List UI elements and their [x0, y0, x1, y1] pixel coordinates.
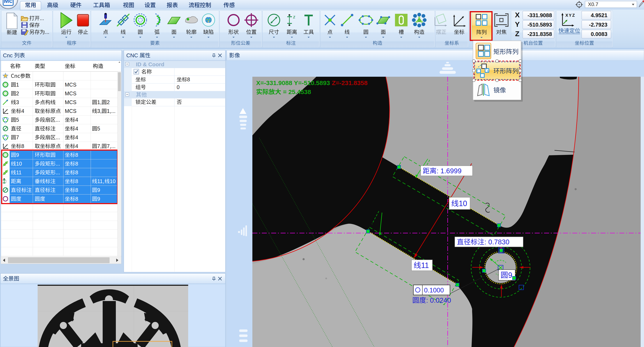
svg-text:8: 8: [187, 76, 190, 82]
svg-text:0.0083: 0.0083: [591, 31, 608, 37]
svg-text:7,...: 7,...: [107, 143, 116, 149]
svg-text:7: 7: [16, 134, 19, 140]
svg-text:8: 8: [75, 178, 78, 184]
svg-text:MCS: MCS: [65, 108, 76, 114]
svg-text:10: 10: [459, 199, 467, 208]
svg-text:MCS: MCS: [65, 90, 76, 96]
svg-text:3: 3: [16, 99, 19, 105]
svg-text:...: ...: [56, 117, 60, 123]
svg-text:8: 8: [75, 170, 78, 176]
svg-text:2: 2: [107, 99, 110, 105]
svg-text:X0.7: X0.7: [588, 2, 598, 7]
svg-text:MCS: MCS: [65, 99, 76, 105]
svg-text:: 0.0240: : 0.0240: [426, 296, 451, 304]
svg-text:4: 4: [75, 117, 78, 123]
svg-text:8: 8: [75, 152, 78, 158]
svg-text:: 1.6999: : 1.6999: [436, 167, 462, 175]
svg-text:CNC: CNC: [126, 52, 140, 58]
svg-text:XYZ: XYZ: [566, 13, 576, 18]
svg-text:Y: Y: [515, 20, 520, 28]
svg-text:4.9521: 4.9521: [591, 12, 608, 18]
svg-text:9: 9: [508, 271, 512, 280]
svg-text:X=-331.9088 Y=-510.5893: X=-331.9088 Y=-510.5893: [256, 80, 330, 86]
svg-text:10: 10: [110, 178, 116, 184]
svg-text:11: 11: [421, 261, 429, 270]
svg-text:-231.8358: -231.8358: [528, 31, 552, 37]
svg-text:8: 8: [75, 187, 78, 193]
svg-text:4: 4: [75, 126, 78, 132]
svg-text:MCS: MCS: [65, 82, 76, 88]
svg-text:z: z: [293, 14, 295, 20]
svg-text:1,: 1,: [97, 99, 102, 105]
svg-text:0: 0: [177, 84, 180, 90]
svg-text:9: 9: [97, 196, 100, 202]
svg-text:...: ...: [56, 134, 60, 140]
svg-text:-2.7923: -2.7923: [589, 22, 608, 28]
svg-text:1: 1: [16, 82, 19, 88]
svg-text:10: 10: [16, 161, 22, 166]
svg-text:= 25.4538: = 25.4538: [281, 88, 311, 95]
svg-text:8: 8: [75, 196, 78, 202]
svg-text:Mc: Mc: [4, 0, 12, 4]
svg-text:Z: Z: [515, 30, 520, 38]
svg-text:...: ...: [56, 161, 60, 166]
svg-text:Z=-231.8358: Z=-231.8358: [332, 80, 368, 86]
svg-text:Cnc: Cnc: [3, 52, 14, 58]
svg-text:...: ...: [40, 15, 44, 21]
svg-text:5: 5: [16, 117, 19, 123]
svg-text:3,: 3,: [97, 108, 102, 114]
svg-text:1,...: 1,...: [107, 108, 116, 114]
svg-text:4: 4: [75, 134, 78, 140]
svg-text:...: ...: [56, 170, 60, 176]
svg-text:2: 2: [16, 90, 19, 96]
svg-text:11,: 11,: [97, 178, 104, 184]
svg-text:5: 5: [97, 126, 100, 132]
svg-text:11: 11: [16, 170, 22, 176]
svg-text:: 0.7830: : 0.7830: [484, 238, 509, 246]
svg-text:7,: 7,: [97, 143, 102, 149]
svg-text:9: 9: [16, 152, 19, 158]
svg-text:ID & Coord: ID & Coord: [136, 61, 164, 68]
svg-text:X: X: [515, 11, 520, 19]
svg-text:-331.9088: -331.9088: [528, 12, 552, 18]
svg-text:9: 9: [97, 187, 100, 193]
svg-text:...: ...: [45, 29, 49, 35]
svg-text:4: 4: [75, 143, 78, 149]
svg-text:8: 8: [75, 161, 78, 166]
svg-text:-510.5893: -510.5893: [528, 22, 552, 28]
svg-text:0.1000: 0.1000: [424, 286, 444, 294]
svg-text:4: 4: [21, 108, 24, 114]
svg-text:8: 8: [21, 143, 24, 149]
